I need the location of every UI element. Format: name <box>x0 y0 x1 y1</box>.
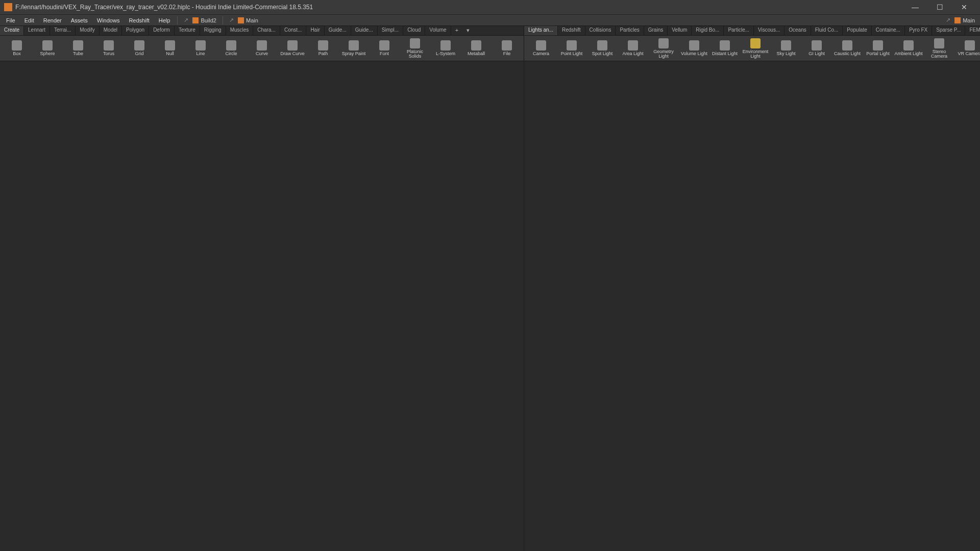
shelf-item[interactable]: Distant Light <box>710 37 740 60</box>
shelf-item-icon <box>349 40 359 51</box>
shelf-tab[interactable]: Populate <box>843 26 871 35</box>
shelf-tab[interactable]: Redshift <box>558 26 585 35</box>
shelf-item[interactable]: Volume Light <box>679 37 709 60</box>
shelf-tab[interactable]: Sparse P... <box>932 26 965 35</box>
shelf-item[interactable]: Spray Paint <box>339 37 369 60</box>
shelf-item-icon <box>440 40 451 51</box>
shelf-tab[interactable]: Rigging <box>200 26 226 35</box>
shelf-item[interactable]: Draw Curve <box>278 37 307 60</box>
shelf-item[interactable]: File <box>492 37 522 60</box>
shelf-tab[interactable]: Muscles <box>226 26 254 35</box>
shelf-item[interactable]: Tube <box>63 37 93 60</box>
shelf-item-label: File <box>503 52 511 56</box>
desktop-selector-right[interactable]: ↗ Main <box>943 17 978 23</box>
shelf-item[interactable]: Torus <box>94 37 124 60</box>
shelf-item[interactable]: Box <box>2 37 32 60</box>
shelf-item[interactable]: Sphere <box>33 37 62 60</box>
shelf-item-icon <box>842 40 852 51</box>
shelf-item-icon <box>287 40 298 51</box>
shelf-item[interactable]: Geometry Light <box>649 37 678 60</box>
shelf-item-label: Area Light <box>622 52 643 56</box>
shelf-tab[interactable]: Model <box>100 26 122 35</box>
shelf-item[interactable]: Caustic Light <box>832 37 862 60</box>
desktop-selector-main[interactable]: ↗ Main <box>226 17 261 23</box>
shelf-item[interactable]: Metaball <box>461 37 491 60</box>
shelf-tab[interactable]: Guide... <box>351 26 378 35</box>
shelf-tab[interactable]: Fluid Co... <box>811 26 843 35</box>
shelf-item-icon <box>536 40 546 51</box>
shelf-item[interactable]: Curve <box>247 37 277 60</box>
shelf-item-icon <box>12 40 22 51</box>
shelf-tab[interactable]: Deform <box>149 26 175 35</box>
shelf-tab[interactable]: Containe... <box>872 26 905 35</box>
shelf-item[interactable]: Grid <box>125 37 154 60</box>
shelf-tab[interactable]: Cloud <box>403 26 425 35</box>
shelf-tab[interactable]: Collisions <box>585 26 616 35</box>
shelf-tab-add[interactable]: + <box>451 26 462 35</box>
window-title: F:/lennart/houdini/VEX_Ray_Tracer/vex_ra… <box>15 4 903 11</box>
shelf-tab[interactable]: Oceans <box>785 26 811 35</box>
shelf-tab[interactable]: Const... <box>280 26 306 35</box>
shelf-tab[interactable]: Particles <box>616 26 644 35</box>
shelf-tab-menu[interactable]: ▾ <box>462 26 474 35</box>
shelf-tab[interactable]: Hair <box>306 26 324 35</box>
shelf-item[interactable]: Area Light <box>618 37 648 60</box>
shelf-item[interactable]: Font <box>370 37 399 60</box>
desktop-selector-build[interactable]: ↗ Build2 <box>181 17 219 23</box>
shelf-tab[interactable]: Chara... <box>253 26 280 35</box>
shelf-item-icon <box>73 40 83 51</box>
shelf-tab[interactable]: Rigid Bo... <box>692 26 724 35</box>
shelf-tab[interactable]: FEM <box>965 26 980 35</box>
menu-redshift[interactable]: Redshift <box>125 16 153 24</box>
shelf-tab[interactable]: Lennart <box>24 26 50 35</box>
shelf-item[interactable]: Stereo Camera <box>924 37 954 60</box>
shelf-tab[interactable]: Create <box>0 26 24 35</box>
minimize-button[interactable]: — <box>903 0 927 14</box>
menu-assets[interactable]: Assets <box>67 16 92 24</box>
shelf-tab[interactable]: Terrai... <box>50 26 76 35</box>
shelf-item[interactable]: Circle <box>216 37 246 60</box>
shelf-tab[interactable]: Polygon <box>122 26 149 35</box>
shelf-tab[interactable]: Volume <box>425 26 451 35</box>
shelf-item-icon <box>597 40 607 51</box>
menu-help[interactable]: Help <box>155 16 175 24</box>
shelf-item[interactable]: Platonic Solids <box>400 37 430 60</box>
shelf-tab[interactable]: Particle... <box>724 26 754 35</box>
menu-windows[interactable]: Windows <box>93 16 124 24</box>
shelf-item-icon <box>658 38 669 48</box>
shelf-item[interactable]: Null <box>155 37 185 60</box>
maximize-button[interactable]: ☐ <box>928 0 951 14</box>
menu-edit[interactable]: Edit <box>20 16 38 24</box>
close-button[interactable]: ✕ <box>952 0 976 14</box>
shelf-tab[interactable]: Vellum <box>668 26 692 35</box>
shelf-item[interactable]: Point Light <box>557 37 586 60</box>
shelf-item-label: Curve <box>256 52 268 56</box>
menu-render[interactable]: Render <box>39 16 66 24</box>
shelf-item-label: Ambient Light <box>894 52 922 56</box>
shelf-tab[interactable]: Guide... <box>325 26 351 35</box>
shelf-item[interactable]: Line <box>186 37 215 60</box>
shelf-item[interactable]: GI Light <box>802 37 831 60</box>
shelf-item[interactable]: Spot Light <box>587 37 617 60</box>
shelf-tab[interactable]: Modify <box>76 26 99 35</box>
shelf-item[interactable]: VR Camera <box>955 37 980 60</box>
shelf-item-label: Spot Light <box>592 52 613 56</box>
shelf-tab[interactable]: Grains <box>644 26 668 35</box>
shelf-item[interactable]: Portal Light <box>863 37 893 60</box>
shelf-tab[interactable]: Texture <box>175 26 200 35</box>
shelf-item[interactable]: L-System <box>431 37 460 60</box>
shelf-item[interactable]: Sky Light <box>771 37 801 60</box>
shelf-item-icon <box>318 40 328 51</box>
shelf-tabs-right: Lights an... Redshift Collisions Particl… <box>524 26 980 36</box>
shelf-tab[interactable]: Pyro FX <box>905 26 932 35</box>
shelf-item[interactable]: Ambient Light <box>894 37 923 60</box>
shelf-item[interactable]: Camera <box>526 37 556 60</box>
shelf-item[interactable]: Environment Light <box>741 37 770 60</box>
radial-arrow-icon: ↗ <box>229 17 234 23</box>
shelf-tab[interactable]: Simpl... <box>378 26 403 35</box>
menu-file[interactable]: File <box>2 16 19 24</box>
shelf-item[interactable]: Path <box>308 37 338 60</box>
shelf-tab[interactable]: Lights an... <box>524 26 558 35</box>
desktop-icon <box>192 17 199 23</box>
shelf-tab[interactable]: Viscous... <box>754 26 785 35</box>
